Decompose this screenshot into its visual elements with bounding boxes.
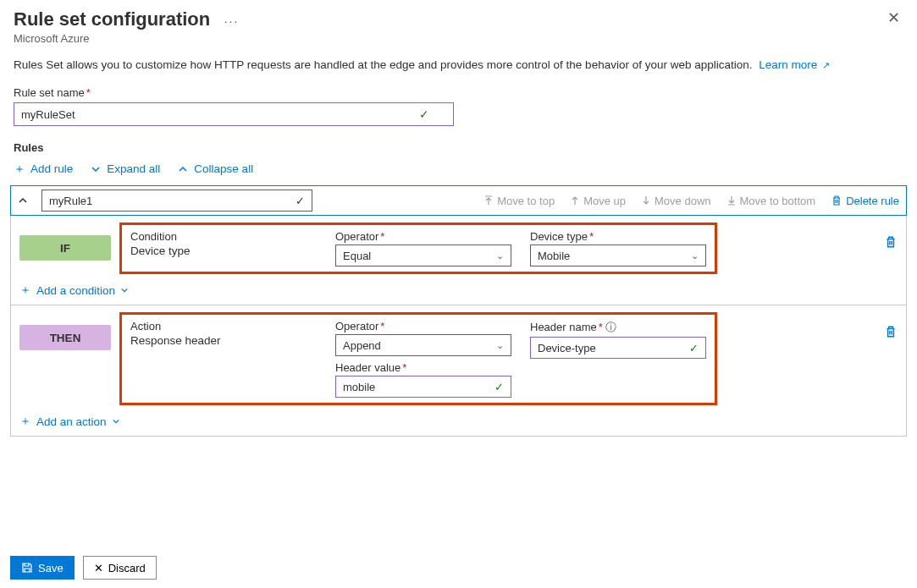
- if-operator-label: Operator*: [335, 230, 511, 243]
- check-icon: ✓: [689, 342, 699, 354]
- add-condition-button[interactable]: ＋ Add a condition: [19, 283, 898, 298]
- header-name-input[interactable]: Device-type✓: [530, 337, 706, 359]
- condition-value: Device type: [130, 245, 317, 257]
- chevron-up-icon: [177, 163, 189, 175]
- delete-rule-button[interactable]: Delete rule: [831, 195, 899, 207]
- chevron-down-icon: [112, 417, 120, 426]
- chevron-down-icon: [120, 286, 129, 294]
- if-highlight-box: Condition Device type Operator* Equal⌄ D…: [119, 223, 717, 274]
- intro-text: Rules Set allows you to customize how HT…: [0, 52, 917, 86]
- device-type-select[interactable]: Mobile⌄: [530, 245, 706, 267]
- info-icon[interactable]: ⓘ: [605, 321, 616, 333]
- move-to-bottom-button[interactable]: Move to bottom: [726, 195, 816, 207]
- then-highlight-box: Action Response header Operator* Append⌄…: [119, 312, 717, 405]
- delete-condition-icon[interactable]: [884, 235, 898, 249]
- rule-name-input[interactable]: myRule1 ✓: [41, 190, 312, 212]
- header-name-label: Header name* ⓘ: [530, 320, 706, 335]
- check-icon: ✓: [494, 381, 504, 393]
- then-operator-select[interactable]: Append⌄: [335, 334, 511, 356]
- action-value: Response header: [130, 334, 317, 347]
- move-to-top-button[interactable]: Move to top: [483, 195, 555, 207]
- ruleset-name-input[interactable]: myRuleSet ✓: [14, 102, 454, 126]
- delete-action-icon[interactable]: [884, 325, 898, 338]
- rule-header-row: myRule1 ✓ Move to top Move up Move down …: [10, 185, 907, 216]
- chevron-down-icon: ⌄: [496, 250, 504, 261]
- action-label: Action: [130, 320, 317, 332]
- move-up-button[interactable]: Move up: [570, 195, 626, 207]
- chevron-down-icon: ⌄: [691, 250, 699, 261]
- plus-icon: ＋: [19, 414, 31, 429]
- header-value-label: Header value*: [335, 361, 511, 374]
- header-value-input[interactable]: mobile✓: [335, 376, 511, 398]
- close-icon: ✕: [94, 562, 103, 574]
- move-down-button[interactable]: Move down: [641, 195, 710, 207]
- rules-label: Rules: [0, 138, 917, 159]
- then-section: THEN Action Response header Operator* Ap…: [10, 305, 907, 437]
- collapse-all-button[interactable]: Collapse all: [177, 162, 253, 175]
- ruleset-name-label: Rule set name*: [14, 86, 903, 99]
- expand-all-button[interactable]: Expand all: [90, 162, 160, 175]
- check-icon: ✓: [419, 107, 429, 121]
- plus-icon: ＋: [14, 163, 25, 175]
- device-type-label: Device type*: [530, 230, 706, 243]
- page-title: Rule set configuration: [14, 8, 210, 30]
- external-link-icon: [820, 58, 830, 71]
- subtitle: Microsoft Azure: [14, 32, 903, 45]
- close-icon[interactable]: ✕: [884, 8, 903, 27]
- if-section: IF Condition Device type Operator* Equal…: [10, 216, 907, 305]
- add-action-button[interactable]: ＋ Add an action: [19, 414, 898, 429]
- learn-more-link[interactable]: Learn more: [759, 58, 830, 71]
- if-badge: IF: [19, 235, 111, 261]
- plus-icon: ＋: [19, 283, 31, 298]
- discard-button[interactable]: ✕Discard: [83, 556, 157, 580]
- chevron-down-icon: [90, 163, 102, 175]
- condition-label: Condition: [130, 230, 317, 243]
- chevron-down-icon: ⌄: [496, 340, 504, 351]
- if-operator-select[interactable]: Equal⌄: [335, 245, 511, 267]
- check-icon: ✓: [296, 195, 305, 207]
- collapse-rule-icon[interactable]: [18, 195, 35, 206]
- save-button[interactable]: Save: [10, 556, 75, 580]
- more-icon[interactable]: ···: [224, 14, 240, 28]
- add-rule-button[interactable]: ＋Add rule: [14, 162, 73, 175]
- then-badge: THEN: [19, 325, 111, 350]
- then-operator-label: Operator*: [335, 320, 511, 332]
